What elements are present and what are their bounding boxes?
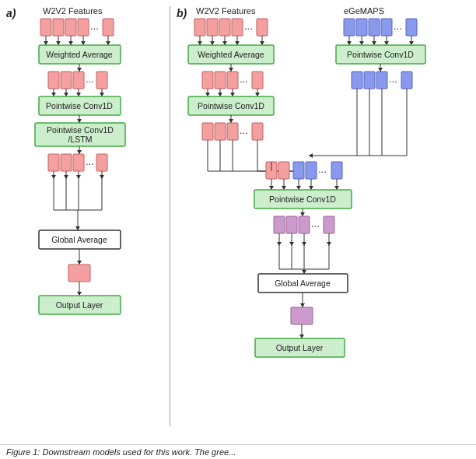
svg-text:/LSTM: /LSTM (68, 135, 93, 144)
svg-rect-187 (291, 307, 313, 324)
svg-rect-166 (299, 216, 310, 233)
svg-rect-105 (227, 72, 238, 89)
pointwise-combined-label: Pointwise Conv1D (269, 194, 336, 204)
pointwise-label-a: Pointwise Conv1D (46, 101, 113, 110)
svg-rect-20 (61, 72, 72, 89)
svg-rect-67 (194, 19, 205, 36)
svg-rect-164 (274, 216, 285, 233)
svg-text:...: ... (389, 73, 397, 85)
svg-rect-44 (96, 154, 107, 171)
svg-marker-172 (289, 242, 294, 246)
svg-rect-104 (215, 72, 226, 89)
svg-rect-103 (202, 72, 213, 89)
svg-marker-46 (51, 175, 56, 179)
svg-text:...: ... (90, 20, 99, 32)
panel-divider (170, 6, 170, 426)
svg-rect-146 (293, 162, 304, 179)
svg-rect-126 (202, 123, 213, 140)
svg-rect-1 (53, 19, 64, 36)
global-avg-label-a: Global Average (51, 235, 107, 244)
svg-text:...: ... (244, 20, 253, 32)
panel-b-label: b) (177, 7, 187, 19)
svg-marker-174 (302, 242, 306, 246)
svg-rect-145 (278, 162, 289, 179)
svg-marker-52 (100, 175, 104, 179)
svg-rect-75 (369, 19, 380, 36)
svg-rect-68 (207, 19, 218, 36)
svg-rect-76 (381, 19, 392, 36)
svg-marker-109 (378, 68, 383, 72)
pointwise-egemaps-label: Pointwise Conv1D (347, 50, 414, 59)
svg-marker-176 (327, 242, 331, 246)
svg-rect-149 (331, 162, 342, 179)
svg-marker-62 (77, 261, 82, 265)
svg-text:...: ... (86, 156, 94, 167)
svg-rect-72 (257, 19, 268, 36)
weighted-avg-label-b: Weighted Average (198, 50, 264, 59)
svg-text:...: ... (311, 218, 320, 229)
svg-marker-48 (64, 175, 68, 179)
svg-rect-21 (73, 72, 84, 89)
svg-marker-102 (229, 68, 233, 72)
svg-rect-63 (68, 265, 90, 282)
svg-rect-19 (48, 72, 59, 89)
weighted-avg-label-a: Weighted Average (46, 50, 113, 59)
svg-text:...: ... (240, 124, 248, 136)
w2v2-features-label-a: W2V2 Features (43, 6, 103, 16)
svg-rect-74 (356, 19, 367, 36)
panel-a-label: a) (6, 7, 16, 19)
svg-rect-147 (306, 162, 317, 179)
svg-marker-170 (277, 242, 282, 246)
svg-text:Pointwise Conv1D: Pointwise Conv1D (47, 125, 114, 135)
svg-marker-186 (300, 303, 305, 307)
svg-rect-2 (65, 19, 76, 36)
svg-rect-41 (61, 154, 72, 171)
svg-rect-128 (227, 123, 238, 140)
svg-rect-70 (232, 19, 243, 36)
svg-rect-110 (352, 72, 362, 89)
svg-marker-39 (77, 150, 82, 154)
pointwise-w2v2-label: Pointwise Conv1D (198, 101, 264, 110)
svg-rect-0 (40, 19, 51, 36)
svg-rect-73 (344, 19, 355, 36)
svg-rect-130 (252, 123, 263, 140)
svg-rect-23 (96, 72, 107, 89)
figure-caption: Figure 1: Downstream models used for thi… (0, 444, 476, 459)
diagram-a: a) W2V2 Features ... Weighted Average (0, 0, 171, 436)
svg-rect-168 (324, 216, 334, 233)
w2v2-features-label-b: W2V2 Features (196, 6, 256, 16)
svg-rect-3 (78, 19, 89, 36)
svg-rect-42 (73, 154, 84, 171)
svg-rect-114 (401, 72, 412, 89)
svg-rect-165 (286, 216, 297, 233)
svg-text:...: ... (394, 20, 402, 32)
output-layer-label-b: Output Layer (276, 343, 324, 352)
svg-text:...: ... (318, 163, 327, 175)
svg-text:...: ... (86, 73, 94, 85)
svg-rect-107 (252, 72, 263, 89)
svg-rect-5 (103, 19, 114, 36)
svg-rect-78 (406, 19, 417, 36)
svg-marker-142 (309, 153, 313, 158)
svg-text:...: ... (240, 73, 248, 85)
svg-marker-50 (76, 175, 81, 179)
svg-marker-18 (77, 68, 82, 72)
global-avg-label-b: Global Average (275, 279, 331, 288)
svg-rect-127 (215, 123, 226, 140)
svg-marker-163 (300, 212, 305, 216)
svg-rect-111 (364, 72, 375, 89)
svg-marker-125 (229, 119, 233, 123)
svg-rect-40 (48, 154, 59, 171)
svg-rect-69 (219, 19, 230, 36)
svg-rect-112 (376, 72, 387, 89)
output-layer-label-a: Output Layer (56, 300, 103, 310)
diagram-b: b) W2V2 Features eGeMAPS ... ... Weight (173, 0, 472, 436)
egemaps-label: eGeMAPS (344, 6, 384, 16)
